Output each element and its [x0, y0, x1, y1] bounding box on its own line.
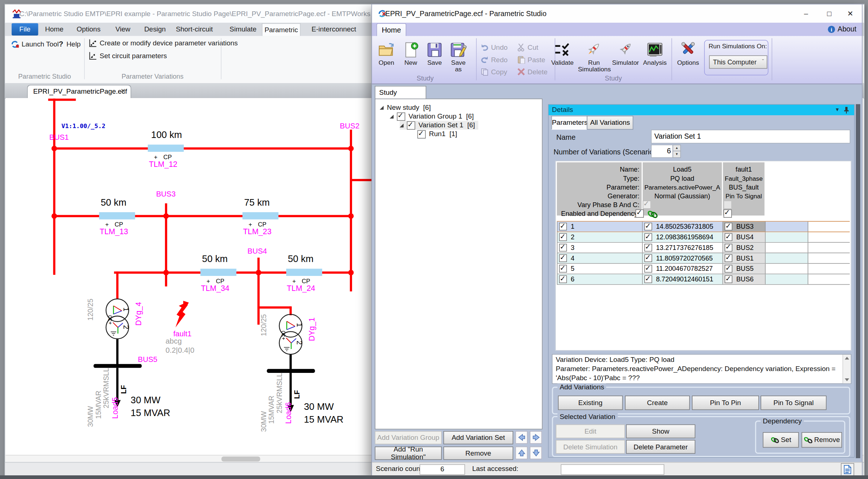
table-row[interactable]: 6 8.72049012460151 BUS6 — [557, 274, 850, 285]
details-header[interactable]: Details ▼ — [548, 105, 854, 115]
variations-table[interactable]: Name: Type: Parameter: Generator: Vary P… — [555, 161, 852, 351]
row-checkbox[interactable] — [559, 233, 567, 241]
existing-button[interactable]: Existing — [558, 396, 623, 410]
busbar5[interactable] — [94, 364, 142, 368]
description-scrollbar[interactable] — [842, 355, 851, 383]
tab-home[interactable]: Home — [377, 23, 407, 37]
tree-item-run1[interactable]: Run1 [1] — [418, 130, 457, 138]
menu-tab-design[interactable]: Design — [142, 23, 168, 35]
row-checkbox[interactable] — [559, 244, 567, 251]
tab-study-definition[interactable]: Study definition — [375, 86, 426, 99]
menu-tab-e-interconnect[interactable]: E-interconnect — [308, 23, 359, 35]
enabled-checkbox[interactable] — [724, 209, 732, 218]
menu-tab-simulate[interactable]: Simulate — [227, 23, 258, 35]
document-tab[interactable]: EPRI_PV_ParametricPage.ecf ✕ — [27, 85, 131, 99]
menu-tab-home[interactable]: Home — [43, 23, 66, 35]
collapse-icon[interactable]: ▼ — [835, 105, 840, 115]
busbar6[interactable] — [267, 369, 315, 373]
bus-checkbox[interactable] — [725, 265, 732, 273]
tree-item-new-study[interactable]: New study [6] — [380, 103, 431, 112]
set-parameters-button[interactable]: Set circuit parameters — [100, 52, 167, 60]
table-header-fault1[interactable]: fault1 Fault_3phase BUS_fault Pin To Sig… — [723, 162, 765, 216]
nav-down-button[interactable] — [530, 446, 542, 459]
study-tree[interactable]: New study [6] Variation Group 1 [6] Vari… — [375, 98, 543, 429]
nvar-spinner[interactable]: ▲ ▼ — [673, 145, 680, 158]
nav-right-button[interactable] — [530, 431, 542, 444]
tree-checkbox[interactable] — [407, 121, 415, 130]
about-button[interactable]: About — [838, 25, 856, 33]
bus-checkbox[interactable] — [725, 275, 732, 283]
variation-description[interactable]: Variation Device: Load5 Type: PQ load Pa… — [552, 354, 851, 384]
value-checkbox[interactable] — [644, 254, 652, 262]
tab-all-variations[interactable]: All Variations — [587, 116, 633, 130]
scroll-down-icon[interactable] — [845, 378, 849, 381]
table-row[interactable]: 1 14.8502536731805 BUS3 — [557, 221, 850, 232]
close-button[interactable]: ✕ — [842, 8, 858, 19]
nav-left-button[interactable] — [516, 431, 528, 444]
bus-checkbox[interactable] — [725, 223, 732, 231]
table-row[interactable]: 2 12.0983861958694 BUS4 — [557, 232, 850, 243]
add-variation-set-button[interactable]: Add Variation Set — [444, 431, 513, 444]
options-button[interactable]: Options — [675, 38, 701, 81]
pin-to-pin-button[interactable]: Pin To Pin — [692, 396, 759, 410]
tlm12-device[interactable] — [148, 145, 184, 152]
remove-button[interactable]: Remove — [444, 446, 513, 460]
add-variation-group-button[interactable]: Add Variation Group — [375, 431, 442, 444]
fault1-device[interactable] — [171, 301, 191, 331]
menu-tab-options[interactable]: Options — [75, 23, 102, 35]
vary-phase-checkbox[interactable] — [724, 201, 732, 209]
create-variations-button[interactable]: Create or modify device parameter variat… — [100, 39, 238, 47]
delete-simulation-button[interactable]: Delete Simulation — [556, 440, 625, 454]
row-checkbox[interactable] — [559, 223, 567, 231]
run-on-select[interactable]: This Computerˇ — [709, 55, 767, 68]
tlm23-device[interactable] — [242, 212, 278, 220]
expand-icon[interactable] — [400, 123, 404, 127]
table-row[interactable]: 3 13.2717376276185 BUS2 — [557, 243, 850, 253]
delete-parameter-button[interactable]: Delete Parameter — [626, 440, 695, 454]
menu-tab-parametric[interactable]: Parametric — [262, 23, 301, 36]
value-checkbox[interactable] — [644, 223, 652, 231]
tree-item-variation-group[interactable]: Variation Group 1 [6] — [390, 112, 474, 121]
row-checkbox[interactable] — [559, 254, 567, 262]
edit-button[interactable]: Edit — [556, 424, 625, 438]
create-button[interactable]: Create — [625, 396, 690, 410]
show-button[interactable]: Show — [626, 424, 695, 438]
value-checkbox[interactable] — [644, 275, 652, 283]
bus-checkbox[interactable] — [725, 233, 732, 241]
bus-checkbox[interactable] — [725, 244, 732, 251]
pin-icon[interactable] — [844, 106, 849, 114]
value-checkbox[interactable] — [644, 265, 652, 273]
tlm34-device[interactable] — [200, 269, 236, 276]
add-run-simulation-button[interactable]: Add "Run Simulation" — [375, 446, 442, 460]
ps-titlebar[interactable]: EPRI_PV_ParametricPage.ecf - Parametric … — [372, 4, 862, 23]
table-header-load5[interactable]: Load5 PQ load Parameters.activePower_A N… — [643, 162, 722, 216]
help-button[interactable]: Help — [67, 41, 81, 48]
bus-checkbox[interactable] — [725, 254, 732, 262]
expand-icon[interactable] — [380, 105, 384, 109]
row-checkbox[interactable] — [559, 275, 567, 283]
maximize-button[interactable]: □ — [821, 8, 837, 19]
vary-phase-checkbox[interactable] — [643, 201, 651, 209]
menu-tab-file[interactable]: File — [12, 23, 38, 35]
row-checkbox[interactable] — [559, 265, 567, 273]
tlm13-device[interactable] — [99, 212, 135, 220]
report-button[interactable] — [841, 463, 854, 476]
value-checkbox[interactable] — [644, 233, 652, 241]
hscrollbar-thumb[interactable] — [222, 457, 260, 462]
menu-tab-short-circuit[interactable]: Short-circuit — [176, 23, 213, 35]
scroll-up-icon[interactable] — [845, 357, 849, 360]
tree-item-variation-set[interactable]: Variation Set 1 [6] — [400, 121, 478, 130]
tree-checkbox[interactable] — [418, 130, 426, 138]
tab-parameters[interactable]: Parameters — [551, 116, 587, 130]
tab-close-icon[interactable]: ✕ — [121, 87, 126, 95]
dependency-remove-button[interactable]: Remove — [801, 432, 842, 448]
pin-to-signal-button[interactable]: Pin To Signal — [761, 396, 826, 410]
spin-down-icon[interactable]: ▼ — [673, 151, 681, 158]
table-row[interactable]: 4 11.8059720270565 BUS1 — [557, 253, 850, 264]
tlm24-device[interactable] — [286, 269, 322, 276]
nvar-input[interactable]: 6 — [651, 145, 673, 158]
dependency-set-button[interactable]: Set — [763, 432, 799, 448]
launch-tool-button[interactable]: Launch Tool — [22, 41, 59, 48]
table-row[interactable]: 5 11.2004670782527 BUS5 — [557, 264, 850, 274]
minimize-button[interactable]: – — [798, 8, 814, 19]
